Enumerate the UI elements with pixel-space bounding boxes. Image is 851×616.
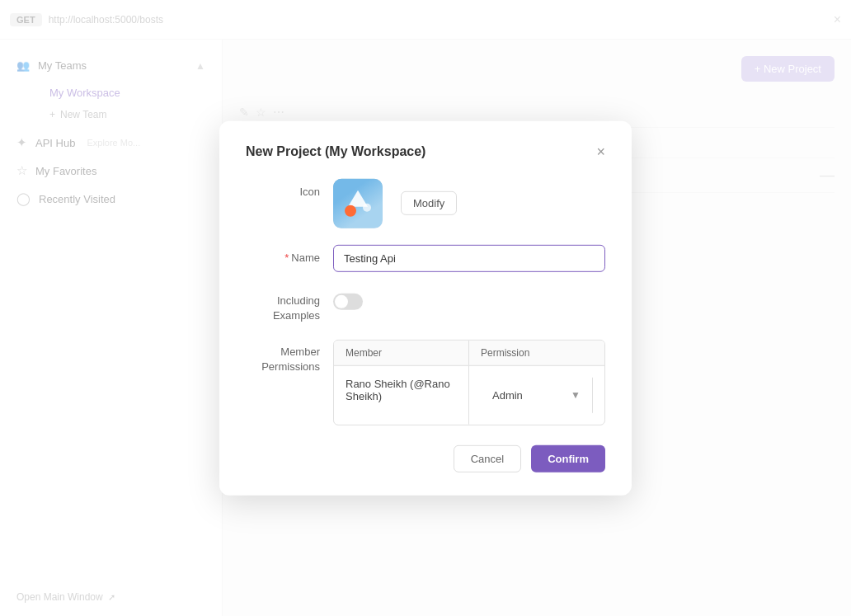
icon-row: Icon Modify [246,178,605,228]
permissions-table-row: Rano Sheikh (@RanoSheikh) Admin ▼ [334,366,604,425]
modal-close-button[interactable]: × [596,143,605,158]
cancel-button[interactable]: Cancel [454,445,521,473]
permissions-table-header: Member Permission [334,341,604,366]
name-label: *Name [246,244,320,263]
member-permissions-label: MemberPermissions [246,340,320,374]
including-examples-toggle[interactable] [333,293,363,309]
including-examples-label: IncludingExamples [246,288,320,322]
orange-circle-shape [345,205,356,216]
name-row: *Name [246,244,605,271]
member-permissions-row: MemberPermissions Member Permission Rano… [246,340,605,426]
permission-cell: Admin ▼ [469,366,604,425]
member-cell: Rano Sheikh (@RanoSheikh) [334,366,469,425]
icon-label: Icon [246,178,320,197]
confirm-button[interactable]: Confirm [531,445,605,473]
permissions-table: Member Permission Rano Sheikh (@RanoShei… [333,340,605,426]
permission-column-header: Permission [469,341,604,365]
project-icon-preview [333,178,383,228]
chevron-down-icon: ▼ [571,389,581,401]
project-name-input[interactable] [333,244,605,271]
modal-footer: Cancel Confirm [246,445,605,473]
permission-value: Admin [492,389,523,402]
modal-title: New Project (My Workspace) [246,143,426,158]
permission-select[interactable]: Admin ▼ [481,378,593,413]
modal-header: New Project (My Workspace) × [246,143,605,158]
new-project-modal: New Project (My Workspace) × Icon Modify… [219,120,632,495]
including-examples-row: IncludingExamples [246,288,605,322]
required-marker: * [284,251,289,263]
purple-circle-shape [363,203,371,211]
icon-shapes [343,188,373,218]
modify-icon-button[interactable]: Modify [401,191,457,215]
member-column-header: Member [334,341,469,365]
